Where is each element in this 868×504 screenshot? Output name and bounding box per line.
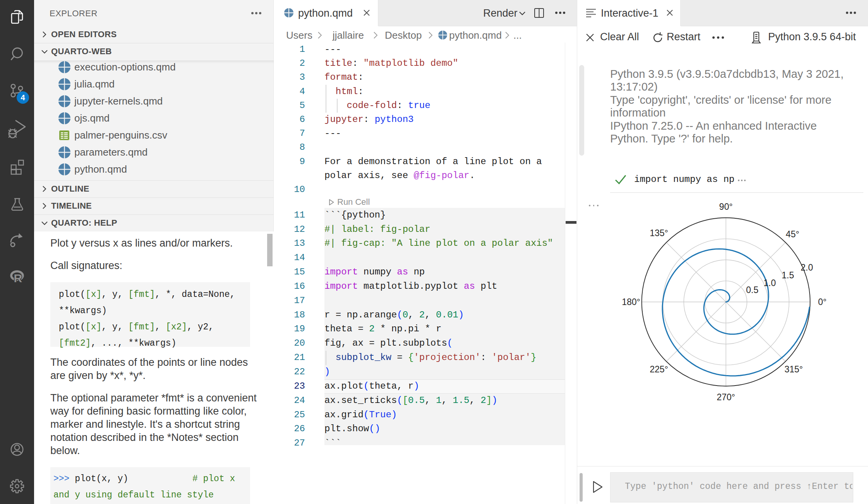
svg-text:135°: 135° — [650, 228, 668, 238]
svg-text:0.5: 0.5 — [746, 285, 758, 295]
svg-text:180°: 180° — [622, 297, 640, 307]
svg-text:1.5: 1.5 — [782, 270, 794, 280]
svg-text:270°: 270° — [717, 392, 735, 402]
svg-text:2.0: 2.0 — [801, 262, 813, 273]
svg-text:0°: 0° — [818, 297, 827, 307]
svg-text:R: R — [14, 272, 22, 285]
svg-text:315°: 315° — [784, 364, 803, 374]
svg-text:1.0: 1.0 — [763, 278, 776, 288]
svg-text:225°: 225° — [650, 364, 668, 374]
svg-text:45°: 45° — [786, 229, 799, 239]
svg-text:90°: 90° — [719, 202, 733, 212]
